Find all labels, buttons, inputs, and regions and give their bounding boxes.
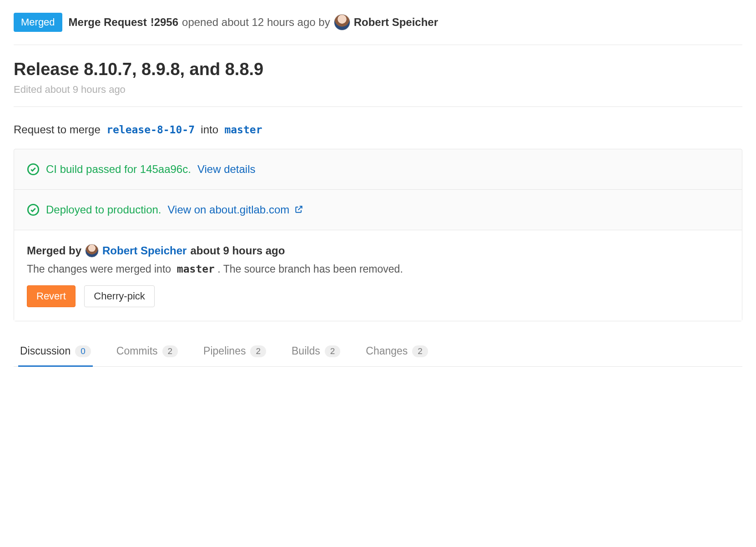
tab-label: Pipelines	[203, 345, 246, 357]
deploy-status-text: Deployed to production.	[46, 203, 161, 216]
author-link[interactable]: Robert Speicher	[354, 16, 438, 29]
tab-count: 2	[250, 345, 266, 357]
tab-label: Commits	[116, 345, 158, 357]
merger-link[interactable]: Robert Speicher	[102, 244, 186, 257]
ci-status-text: CI build passed for 145aa96c.	[46, 163, 191, 176]
merge-into: into	[201, 123, 218, 136]
tab-pipelines[interactable]: Pipelines 2	[202, 337, 268, 366]
author-avatar[interactable]	[334, 14, 350, 30]
tab-builds[interactable]: Builds 2	[290, 337, 342, 366]
opened-text: opened about 12 hours ago by	[182, 16, 330, 29]
tab-count: 2	[325, 345, 341, 357]
merged-desc-branch: master	[177, 263, 215, 275]
source-branch[interactable]: release-8-10-7	[106, 124, 195, 136]
tabs: Discussion 0 Commits 2 Pipelines 2 Build…	[14, 337, 742, 367]
edited-text: Edited about 9 hours ago	[14, 84, 742, 96]
ci-status-row: CI build passed for 145aa96c. View detai…	[14, 149, 742, 190]
deploy-view-link[interactable]: View on about.gitlab.com	[168, 203, 303, 216]
status-badge: Merged	[14, 13, 62, 32]
tab-label: Builds	[292, 345, 320, 357]
status-box: CI build passed for 145aa96c. View detai…	[14, 149, 742, 321]
tab-discussion[interactable]: Discussion 0	[18, 337, 93, 366]
check-icon	[27, 163, 40, 176]
merged-desc: The changes were merged into master . Th…	[27, 263, 729, 275]
check-icon	[27, 203, 40, 216]
tab-label: Changes	[366, 345, 408, 357]
merged-desc-prefix: The changes were merged into	[27, 263, 171, 275]
tab-count: 0	[75, 345, 91, 357]
tab-commits[interactable]: Commits 2	[115, 337, 180, 366]
tab-label: Discussion	[20, 345, 71, 357]
cherry-pick-button[interactable]: Cherry-pick	[84, 285, 154, 307]
mr-id: !2956	[151, 16, 178, 29]
deploy-status-row: Deployed to production. View on about.gi…	[14, 190, 742, 230]
ci-view-details-link[interactable]: View details	[197, 163, 256, 176]
merge-line: Request to merge release-8-10-7 into mas…	[14, 107, 742, 149]
merger-avatar[interactable]	[85, 244, 99, 258]
mr-header: Merged Merge Request !2956 opened about …	[14, 13, 742, 45]
header-text: Merge Request !2956 opened about 12 hour…	[69, 14, 438, 30]
tab-count: 2	[412, 345, 428, 357]
mr-id-prefix: Merge Request	[69, 16, 147, 29]
mr-title: Release 8.10.7, 8.9.8, and 8.8.9	[14, 60, 742, 79]
merged-panel: Merged by Robert Speicher about 9 hours …	[14, 230, 742, 321]
external-link-icon	[294, 204, 303, 213]
merged-by-line: Merged by Robert Speicher about 9 hours …	[27, 244, 729, 258]
merged-desc-suffix: . The source branch has been removed.	[217, 263, 403, 275]
title-block: Release 8.10.7, 8.9.8, and 8.8.9 Edited …	[14, 45, 742, 107]
revert-button[interactable]: Revert	[27, 285, 76, 307]
tab-changes[interactable]: Changes 2	[364, 337, 430, 366]
target-branch[interactable]: master	[224, 124, 262, 136]
merge-prefix: Request to merge	[14, 123, 101, 136]
deploy-view-link-text: View on about.gitlab.com	[168, 203, 290, 216]
merged-by-label: Merged by	[27, 244, 81, 257]
tab-count: 2	[162, 345, 178, 357]
merged-time: about 9 hours ago	[190, 244, 285, 257]
